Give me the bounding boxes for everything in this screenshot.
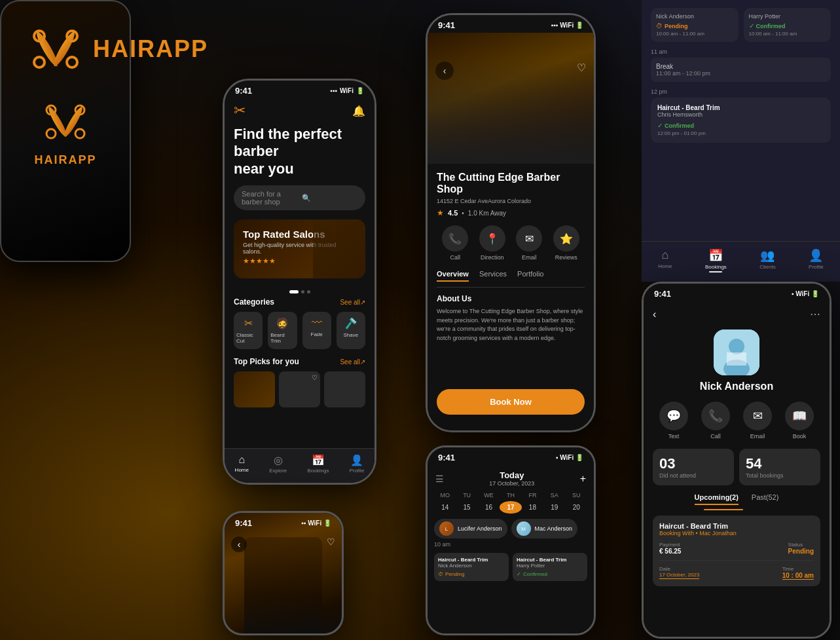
notification-bell-icon[interactable]: 🔔 bbox=[352, 105, 365, 117]
status-detail: Status Pending bbox=[788, 542, 814, 555]
cal-day-19[interactable]: 19 bbox=[543, 501, 565, 514]
categories-row: ✂ Classic Cut 🧔 Beard Trim 〰 Fade 🪒 Shav… bbox=[234, 312, 365, 349]
sched-nav-profile[interactable]: 👤 Profile bbox=[809, 248, 824, 273]
beard-icon: 🧔 bbox=[276, 317, 289, 329]
nav-profile-label: Profile bbox=[350, 468, 365, 474]
status-icons-calendar: ▪ WiFi 🔋 bbox=[556, 454, 583, 461]
tab-services[interactable]: Services bbox=[479, 270, 507, 282]
appointments-row: L Lucifer Anderson M Mac Anderson bbox=[428, 519, 594, 538]
categories-see-all[interactable]: See all↗ bbox=[340, 299, 365, 306]
top-picks-see-all[interactable]: See all↗ bbox=[340, 358, 365, 366]
banner-card[interactable]: Top Rated Salons Get high-quality servic… bbox=[234, 219, 365, 278]
fade-icon: 〰 bbox=[312, 317, 322, 329]
action-direction[interactable]: 📍 Direction bbox=[479, 225, 505, 261]
noon-appt-card[interactable]: Haircut - Beard Trim Chris Hemsworth ✓ C… bbox=[651, 98, 831, 143]
break-card: Break 11:00 am - 12:00 pm bbox=[651, 58, 831, 82]
barber-photo-back-button[interactable]: ‹ bbox=[231, 536, 247, 552]
cal-day-20[interactable]: 20 bbox=[566, 501, 587, 514]
profile-back-button[interactable]: ‹ bbox=[653, 309, 656, 320]
pick-card-3[interactable] bbox=[324, 371, 365, 407]
svg-point-10 bbox=[46, 129, 56, 138]
status-time-photo: 9:41 bbox=[235, 518, 252, 528]
profile-avatar-section: Nick Anderson bbox=[644, 324, 830, 402]
appt-person-2: Harry Potter bbox=[517, 563, 583, 569]
prof-action-call[interactable]: 📞 Call bbox=[701, 402, 730, 440]
cal-day-17[interactable]: 17 bbox=[500, 501, 521, 514]
email-circle-icon: ✉ bbox=[743, 402, 772, 430]
prof-action-email[interactable]: ✉ Email bbox=[743, 402, 772, 440]
status-bar-home: 9:41 ▪▪▪ WiFi 🔋 bbox=[225, 81, 374, 98]
cat-label-2: Fade bbox=[311, 331, 323, 337]
payment-label: Payment bbox=[659, 542, 681, 548]
nav-profile[interactable]: 👤 Profile bbox=[350, 454, 365, 474]
booking-card[interactable]: Haircut - Beard Trim Booking With • Mac … bbox=[653, 516, 820, 586]
action-call[interactable]: 📞 Call bbox=[442, 225, 468, 261]
add-appointment-button[interactable]: + bbox=[580, 473, 586, 485]
nav-bookings[interactable]: 📅 Bookings bbox=[308, 454, 329, 474]
calendar-days: 14 15 16 17 18 19 20 bbox=[428, 501, 594, 514]
sched-nav-clients[interactable]: 👥 Clients bbox=[759, 248, 775, 273]
total-bookings-number: 54 bbox=[746, 455, 814, 472]
tab-upcoming[interactable]: Upcoming(2) bbox=[695, 493, 739, 505]
cal-day-16[interactable]: 16 bbox=[478, 501, 500, 514]
pick-card-1[interactable] bbox=[234, 371, 275, 407]
sched-home-label: Home bbox=[658, 263, 672, 269]
text-icon: 💬 bbox=[659, 402, 688, 430]
nav-explore[interactable]: ◎ Explore bbox=[269, 454, 287, 474]
about-text: Welcome to The Cutting Edge Barber Shop,… bbox=[437, 307, 585, 343]
action-reviews[interactable]: ⭐ Reviews bbox=[553, 225, 579, 261]
prof-action-text[interactable]: 💬 Text bbox=[659, 402, 688, 440]
tab-portfolio[interactable]: Portfolio bbox=[517, 270, 543, 282]
nick-status-text: Pending bbox=[665, 23, 688, 29]
did-not-attend-label: Did not attend bbox=[659, 472, 727, 479]
profile-avatar bbox=[714, 329, 759, 375]
appt-card-nick[interactable]: Haircut - Beard Trim Nick Anderson ⏱ Pen… bbox=[434, 553, 509, 581]
prof-action-book[interactable]: 📖 Book bbox=[785, 402, 814, 440]
book-now-button[interactable]: Book Now bbox=[437, 389, 585, 415]
sched-nav-bookings[interactable]: 📅 Bookings bbox=[705, 248, 727, 273]
cal-day-18[interactable]: 18 bbox=[522, 501, 543, 514]
cal-day-15[interactable]: 15 bbox=[456, 501, 477, 514]
explore-nav-icon: ◎ bbox=[274, 454, 283, 466]
category-shave[interactable]: 🪒 Shave bbox=[337, 312, 365, 349]
today-date: 17 October, 2023 bbox=[489, 480, 534, 487]
barber-photo-heart-icon[interactable]: ♡ bbox=[327, 536, 335, 547]
payment-detail: Payment € 56.25 bbox=[659, 542, 681, 555]
cal-day-14[interactable]: 14 bbox=[434, 501, 456, 514]
sched-appt-harry[interactable]: Harry Potter ✓ Confirmed 10:00 am - 11:0… bbox=[744, 8, 831, 42]
status-time-calendar: 9:41 bbox=[438, 453, 455, 462]
booking-details: Payment € 56.25 Status Pending bbox=[659, 542, 814, 555]
booking-divider bbox=[659, 560, 814, 561]
noon-confirmed-icon: ✓ bbox=[657, 122, 663, 129]
profile-options-icon[interactable]: ⋯ bbox=[810, 308, 820, 320]
category-fade[interactable]: 〰 Fade bbox=[302, 312, 331, 349]
appt-card-harry[interactable]: Haircut - Beard Trim Harry Potter ✓ Conf… bbox=[513, 553, 587, 581]
person-lucifer[interactable]: L Lucifer Anderson bbox=[434, 519, 507, 538]
banner-image bbox=[313, 219, 365, 278]
favorite-icon[interactable]: ♡ bbox=[312, 374, 318, 381]
tab-past[interactable]: Past(52) bbox=[752, 493, 779, 505]
date-label: Date bbox=[659, 566, 699, 572]
phone-home: 9:41 ▪▪▪ WiFi 🔋 ✂ 🔔 Find the perfect bar… bbox=[223, 79, 376, 485]
phone-barber-photo: 9:41 ▪▪ WiFi 🔋 ‹ ♡ bbox=[223, 511, 344, 635]
action-email[interactable]: ✉ Email bbox=[516, 225, 542, 261]
total-bookings-label: Total bookings bbox=[746, 472, 814, 479]
shop-address: 14152 E Cedar AveAurora Colorado bbox=[437, 198, 585, 204]
scheduler-appt-row: Nick Anderson ⏱ Pending 10:00 am - 11:00… bbox=[651, 8, 831, 42]
tab-overview[interactable]: Overview bbox=[437, 270, 469, 282]
rating-value: 4.5 bbox=[448, 209, 458, 217]
status-label: Status bbox=[788, 542, 814, 548]
category-classic-cut[interactable]: ✂ Classic Cut bbox=[234, 312, 263, 349]
direction-label: Direction bbox=[481, 254, 504, 261]
nav-home[interactable]: ⌂ Home bbox=[235, 454, 249, 474]
sched-appt-nick[interactable]: Nick Anderson ⏱ Pending 10:00 am - 11:00… bbox=[651, 8, 739, 42]
person-mac[interactable]: M Mac Anderson bbox=[511, 519, 578, 538]
action-row: 📞 Call 📍 Direction ✉ Email ⭐ Reviews bbox=[437, 225, 585, 261]
splash-app-name: HAIRAPP bbox=[34, 153, 96, 167]
pick-card-2[interactable]: ♡ bbox=[279, 371, 320, 407]
pending-icon-1: ⏱ bbox=[438, 571, 443, 577]
sched-nav-home[interactable]: ⌂ Home bbox=[658, 248, 672, 273]
search-bar[interactable]: Search for a barber shop 🔍 bbox=[234, 185, 365, 210]
category-beard-trim[interactable]: 🧔 Beard Trim bbox=[268, 312, 297, 349]
calendar-menu-icon[interactable]: ☰ bbox=[435, 474, 444, 484]
